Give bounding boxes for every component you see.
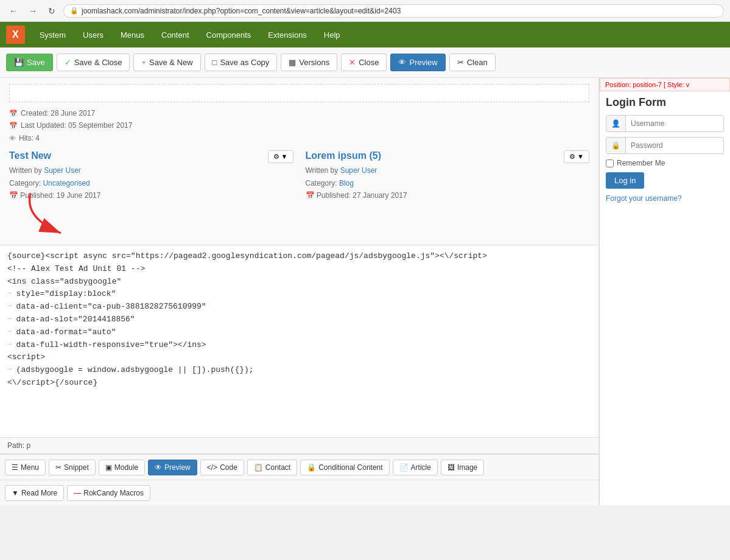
articles-row: Test New ⚙ ▼ Written by Super User Categ… (9, 150, 589, 201)
article2-author[interactable]: Super User (340, 166, 377, 175)
code-icon: </> (207, 463, 217, 472)
forgot-link[interactable]: Forgot your username? (606, 194, 682, 203)
source-line-10: → (adsbygoogle = window.adsbygoogle || [… (7, 364, 591, 377)
nav-item-users[interactable]: Users (74, 24, 112, 46)
lock-icon: 🔒 (70, 7, 79, 15)
back-button[interactable]: ← (6, 5, 21, 17)
copy-icon: □ (212, 58, 217, 67)
nav-item-menus[interactable]: Menus (112, 24, 153, 46)
password-input-group: 🔒 (606, 137, 724, 154)
remember-checkbox[interactable] (606, 159, 614, 167)
indent-arrow-4: → (7, 288, 12, 299)
clean-button[interactable]: ✂ Clean (449, 54, 496, 71)
joomla-logo: X (6, 26, 25, 44)
source-line-1: {source}<script async src="https://pagea… (7, 250, 591, 263)
module-button[interactable]: ▣ Module (99, 460, 145, 475)
code-button[interactable]: </> Code (200, 460, 244, 475)
indent-arrow-8: → (7, 339, 12, 350)
preview-bottom-button[interactable]: 👁 Preview (148, 460, 197, 475)
calendar-updated-icon: 📅 (9, 120, 18, 131)
article2-meta: Written by Super User Category: Blog 📅 P… (306, 164, 590, 201)
save-copy-button[interactable]: □ Save as Copy (205, 54, 278, 71)
forward-button[interactable]: → (26, 5, 40, 17)
module-icon: ▣ (105, 463, 112, 472)
address-bar[interactable]: 🔒 joomlashack.com/administrator/index.ph… (63, 4, 724, 18)
article2-title[interactable]: Lorem ipsum (5) (306, 150, 381, 161)
bottom-toolbar: ☰ Menu ✂ Snippet ▣ Module 👁 Preview </> … (0, 454, 598, 480)
source-line-8: → data-full-width-responsive="true"></in… (7, 339, 591, 352)
article2-gear-button[interactable]: ⚙ ▼ (564, 150, 589, 163)
path-value: p (26, 441, 30, 450)
nav-item-system[interactable]: System (31, 24, 74, 46)
source-line-9: <script> (7, 351, 591, 364)
versions-icon: ▦ (289, 58, 296, 67)
article-icon: 📄 (399, 463, 409, 472)
article2-category[interactable]: Blog (339, 179, 354, 187)
login-form-body: 👤 🔒 Remember Me Log in Forgot your usern… (600, 112, 730, 206)
calendar-icon: 📅 (9, 108, 18, 119)
preview-button[interactable]: 👁 Preview (390, 54, 445, 71)
image-button[interactable]: 🖼 Image (441, 460, 484, 475)
indent-arrow-5: → (7, 301, 12, 312)
preview-top-box (9, 84, 589, 102)
snippet-button[interactable]: ✂ Snippet (49, 460, 96, 475)
save-close-button[interactable]: ✓ Save & Close (57, 54, 130, 71)
save-new-button[interactable]: + Save & New (133, 54, 200, 71)
contact-icon: 📋 (254, 463, 263, 472)
lock-input-icon: 🔒 (606, 138, 626, 153)
refresh-button[interactable]: ↻ (45, 5, 58, 17)
source-line-3: <ins class="adsbygoogle" (7, 276, 591, 289)
nav-item-extensions[interactable]: Extensions (259, 24, 315, 46)
remember-label: Remember Me (617, 159, 665, 167)
source-code-area[interactable]: {source}<script async src="https://pagea… (0, 245, 598, 437)
versions-button[interactable]: ▦ Versions (281, 54, 337, 71)
editor-panel: 📅 Created: 28 June 2017 📅 Last Updated: … (0, 78, 599, 505)
contact-button[interactable]: 📋 Contact (247, 460, 297, 475)
red-arrow-annotation (18, 187, 85, 242)
article1-gear-button[interactable]: ⚙ ▼ (268, 150, 293, 163)
read-more-icon: ▼ (12, 489, 19, 497)
nav-item-components[interactable]: Components (198, 24, 260, 46)
article-card-2: Lorem ipsum (5) ⚙ ▼ Written by Super Use… (306, 150, 590, 201)
rokcandy-button[interactable]: — RokCandy Macros (67, 485, 150, 501)
read-more-button[interactable]: ▼ Read More (5, 485, 64, 501)
source-line-6: → data-ad-slot="2014418856" (7, 313, 591, 326)
nav-item-content[interactable]: Content (153, 24, 198, 46)
toolbar: 💾 Save ✓ Save & Close + Save & New □ Sav… (0, 47, 730, 78)
eye-hits-icon: 👁 (9, 133, 16, 144)
calendar-icon-a2: 📅 (306, 191, 315, 200)
conditional-icon: 🔒 (307, 463, 316, 472)
nav-item-help[interactable]: Help (315, 24, 349, 46)
indent-arrow-10: → (7, 364, 12, 375)
close-button[interactable]: ✕ Close (341, 54, 387, 71)
password-input[interactable] (626, 138, 724, 153)
source-line-7: → data-ad-format="auto" (7, 326, 591, 339)
calendar-icon-a1: 📅 (9, 191, 18, 200)
article-button[interactable]: 📄 Article (393, 460, 438, 475)
position-header: Position: position-7 [ Style: v (600, 78, 730, 91)
indent-arrow-6: → (7, 313, 12, 324)
indent-arrow-7: → (7, 326, 12, 337)
conditional-content-button[interactable]: 🔒 Conditional Content (300, 460, 389, 475)
article1-author[interactable]: Super User (44, 166, 81, 175)
username-input[interactable] (626, 116, 724, 131)
rokcandy-icon: — (74, 489, 81, 497)
clean-icon: ✂ (457, 58, 464, 67)
image-icon: 🖼 (447, 463, 455, 472)
article1-title[interactable]: Test New (9, 150, 51, 161)
article1-category[interactable]: Uncategorised (43, 179, 89, 187)
checkmark-icon: ✓ (65, 58, 71, 67)
joomla-navbar: X System Users Menus Content Components … (0, 22, 730, 47)
username-input-group: 👤 (606, 115, 724, 132)
plus-icon: + (141, 58, 146, 67)
source-line-4: → style="display:block" (7, 288, 591, 301)
source-line-2: <!-- Alex Test Ad Unit 01 --> (7, 263, 591, 276)
remember-me-group: Remember Me (606, 159, 724, 167)
meta-info: 📅 Created: 28 June 2017 📅 Last Updated: … (9, 107, 589, 144)
snippet-icon: ✂ (55, 463, 61, 472)
login-form-title: Login Form (600, 91, 730, 112)
save-button[interactable]: 💾 Save (6, 54, 53, 71)
login-button[interactable]: Log in (606, 172, 644, 189)
menu-button[interactable]: ☰ Menu (5, 460, 46, 475)
user-icon: 👤 (606, 116, 626, 131)
